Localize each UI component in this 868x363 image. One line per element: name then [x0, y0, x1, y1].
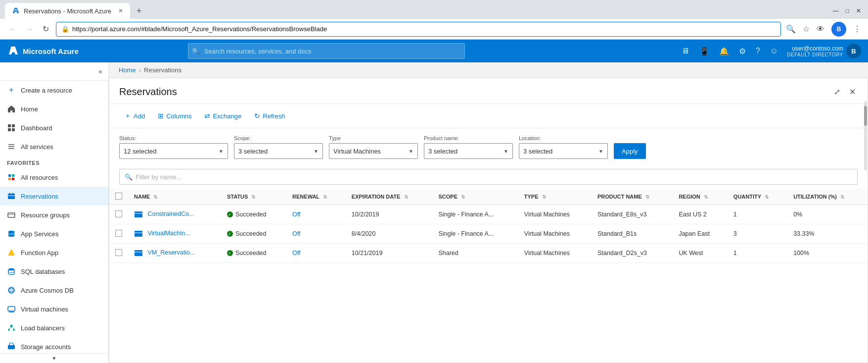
sidebar-home-label: Home [21, 105, 38, 113]
sidebar-item-azure-cosmos-db[interactable]: Azure Cosmos DB [0, 281, 108, 300]
upload-icon[interactable]: 📱 [695, 44, 713, 59]
dashboard-icon [7, 123, 16, 132]
col-utilization-label: UTILIZATION (%) [793, 194, 837, 200]
svg-rect-7 [8, 174, 11, 177]
azure-search-icon: 🔍 [192, 48, 200, 55]
product-filter-select[interactable]: 3 selected ▼ [424, 143, 513, 159]
browser-profile-avatar[interactable]: B [831, 22, 846, 37]
sidebar-item-create-resource[interactable]: + Create a resource [0, 81, 108, 100]
col-header-type[interactable]: TYPE ⇅ [518, 189, 592, 205]
col-header-region[interactable]: REGION ⇅ [673, 189, 727, 205]
search-bar: 🔍 [109, 165, 868, 189]
col-header-status[interactable]: STATUS ⇅ [221, 189, 286, 205]
settings-icon[interactable]: ⚙ [735, 44, 750, 59]
col-header-quantity[interactable]: QUANTITY ⇅ [728, 189, 787, 205]
columns-button[interactable]: ⊞ Columns [153, 109, 196, 122]
row-2-name[interactable]: VirtualMachin... [147, 230, 190, 237]
blade-close-icon[interactable]: ✕ [847, 85, 858, 99]
col-header-expiration[interactable]: EXPIRATION DATE ⇅ [346, 189, 433, 205]
notifications-icon[interactable]: 🔔 [715, 44, 733, 59]
row-1-renewal[interactable]: Off [292, 211, 300, 218]
type-filter-select[interactable]: Virtual Machines ▼ [329, 143, 418, 159]
row-3-checkbox[interactable] [115, 249, 122, 256]
col-header-utilization[interactable]: UTILIZATION (%) ⇅ [787, 189, 868, 205]
sidebar-item-dashboard[interactable]: Dashboard [0, 118, 108, 137]
url-box[interactable]: 🔒 https://portal.azure.com/#blade/Micros… [56, 22, 781, 37]
row-3-renewal[interactable]: Off [292, 250, 300, 257]
azure-search-input[interactable] [188, 43, 465, 59]
minimize-button[interactable]: — [833, 7, 839, 14]
select-all-checkbox[interactable] [115, 193, 122, 200]
cloud-shell-icon[interactable]: 🖥 [678, 44, 693, 58]
sidebar-item-virtual-machines[interactable]: Virtual machines [0, 300, 108, 318]
browser-tab-active[interactable]: Reservations - Microsoft Azure ✕ [5, 3, 130, 19]
maximize-button[interactable]: □ [846, 7, 849, 14]
back-button[interactable]: ← [7, 25, 19, 34]
sidebar-storage-accounts-label: Storage accounts [21, 343, 71, 351]
sidebar-item-all-services[interactable]: All services [0, 137, 108, 156]
blade-expand-icon[interactable]: ⤢ [832, 85, 842, 99]
reservations-table-wrap: NAME ⇅ STATUS ⇅ RENEWAL ⇅ [109, 189, 868, 363]
topbar-user[interactable]: user@contoso.com DEFAULT DIRECTORY B [787, 44, 861, 58]
row-1-checkbox[interactable] [115, 210, 122, 217]
refresh-browser-button[interactable]: ↻ [41, 24, 51, 34]
bookmark-icon[interactable]: ☆ [803, 24, 810, 34]
close-button[interactable]: ✕ [856, 7, 861, 14]
sidebar-item-home[interactable]: Home [0, 100, 108, 118]
storage-accounts-icon [7, 342, 16, 351]
select-all-header[interactable] [109, 189, 128, 205]
topbar-avatar[interactable]: B [846, 44, 861, 58]
row-2-scope: Single - Finance A... [438, 230, 494, 237]
sidebar-item-reservations[interactable]: Reservations [0, 187, 108, 206]
status-filter-select[interactable]: 12 selected ▼ [119, 143, 228, 159]
eye-icon[interactable]: 👁 [817, 25, 824, 34]
row-1-quantity-cell: 1 [728, 205, 787, 224]
search-browser-icon[interactable]: 🔍 [786, 24, 796, 34]
tab-close-button[interactable]: ✕ [118, 7, 123, 14]
svg-point-23 [8, 289, 14, 292]
apply-button[interactable]: Apply [614, 143, 646, 159]
azure-topbar: Microsoft Azure 🔍 🖥 📱 🔔 ⚙ ? ☺ user@conto… [0, 40, 868, 62]
breadcrumb-home-link[interactable]: Home [119, 66, 136, 74]
sidebar-item-all-resources[interactable]: All resources [0, 168, 108, 187]
col-header-product[interactable]: PRODUCT NAME ⇅ [592, 189, 673, 205]
row-1-name[interactable]: ConstrainedCo... [147, 210, 194, 217]
sidebar-scroll-down[interactable]: ▼ [0, 353, 108, 363]
row-3-checkbox-cell[interactable] [109, 244, 128, 263]
row-2-product: Standard_B1s [597, 230, 637, 237]
col-header-scope[interactable]: SCOPE ⇅ [432, 189, 518, 205]
row-2-quantity: 3 [733, 230, 737, 237]
sidebar-collapse-button[interactable]: « [96, 65, 104, 77]
sidebar-item-app-services[interactable]: </> App Services [0, 224, 108, 243]
sidebar-item-function-app[interactable]: ⚡ Function App [0, 243, 108, 262]
add-button-label: Add [134, 112, 145, 120]
refresh-button[interactable]: ↻ Refresh [249, 109, 290, 122]
new-tab-button[interactable]: + [132, 4, 146, 18]
row-3-name[interactable]: VM_Reservatio... [147, 249, 195, 256]
address-bar: ← → ↻ 🔒 https://portal.azure.com/#blade/… [0, 19, 868, 40]
azure-search[interactable]: 🔍 [188, 43, 465, 59]
sidebar-item-sql-databases[interactable]: SQL databases [0, 262, 108, 281]
row-1-renewal-cell: Off [286, 205, 346, 224]
row-1-checkbox-cell[interactable] [109, 205, 128, 224]
scope-filter-group: Scope: 3 selected ▼ [234, 135, 323, 159]
forward-button[interactable]: → [24, 25, 36, 34]
row-2-renewal[interactable]: Off [292, 230, 300, 237]
product-filter-chevron: ▼ [503, 149, 508, 154]
row-2-checkbox-cell[interactable] [109, 224, 128, 244]
sidebar-item-load-balancers[interactable]: Load balancers [0, 318, 108, 337]
row-2-checkbox[interactable] [115, 230, 122, 237]
col-header-renewal[interactable]: RENEWAL ⇅ [286, 189, 346, 205]
col-header-name[interactable]: NAME ⇅ [128, 189, 221, 205]
help-icon[interactable]: ? [752, 44, 764, 58]
add-button[interactable]: ＋ Add [119, 109, 150, 123]
row-1-quantity: 1 [733, 211, 737, 218]
browser-menu-icon[interactable]: ⋮ [853, 24, 861, 34]
sidebar-item-storage-accounts[interactable]: Storage accounts [0, 337, 108, 353]
filter-by-name-input[interactable] [136, 173, 852, 181]
sidebar-item-resource-groups[interactable]: Resource groups [0, 206, 108, 224]
feedback-icon[interactable]: ☺ [766, 44, 782, 58]
exchange-button[interactable]: ⇄ Exchange [199, 109, 246, 122]
scope-filter-select[interactable]: 3 selected ▼ [234, 143, 323, 159]
location-filter-select[interactable]: 3 selected ▼ [519, 143, 608, 159]
